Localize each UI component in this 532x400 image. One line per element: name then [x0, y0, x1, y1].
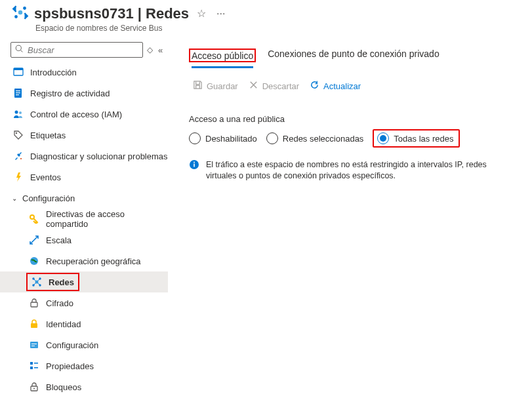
locks-icon	[29, 382, 39, 392]
public-network-label: Acceso a una red pública	[189, 114, 518, 129]
sidebar-item-label: Etiquetas	[30, 130, 66, 140]
svg-rect-34	[194, 164, 195, 167]
sidebar-item-geo[interactable]: Recuperación geográfica	[0, 250, 168, 271]
svg-point-35	[194, 162, 195, 163]
refresh-button[interactable]: Actualizar	[310, 80, 361, 92]
chevron-down-icon: ⌄	[12, 195, 17, 202]
svg-point-1	[23, 7, 26, 10]
svg-point-12	[19, 111, 22, 114]
sidebar-item-label: Propiedades	[46, 361, 94, 371]
info-text: El tráfico a este espacio de nombres no …	[206, 159, 518, 182]
save-button[interactable]: Guardar	[193, 80, 238, 92]
config-icon	[29, 340, 39, 350]
activity-icon	[13, 88, 24, 98]
sidebar-item-events[interactable]: Eventos	[0, 167, 168, 188]
tags-icon	[13, 130, 24, 140]
sidebar-section-settings[interactable]: ⌄ Configuración	[0, 188, 168, 209]
svg-rect-29	[30, 367, 33, 369]
sidebar-item-config[interactable]: Configuración	[0, 334, 168, 355]
sidebar-item-label: Directivas de acceso compartido	[46, 209, 168, 229]
scale-icon	[29, 235, 39, 245]
page-header: spsbusns0731 | Redes ☆ ···	[0, 0, 532, 23]
sidebar-item-label: Control de acceso (IAM)	[30, 110, 122, 119]
sidebar-item-identity[interactable]: Identidad	[0, 313, 168, 334]
sidebar-item-label: Registro de actividad	[30, 89, 110, 98]
radio-all-networks[interactable]: Todas las redes	[377, 132, 453, 144]
sidebar-item-policies[interactable]: Directivas de acceso compartido	[0, 209, 168, 230]
sidebar-item-label: Configuración	[46, 340, 98, 350]
sidebar-item-tags[interactable]: Etiquetas	[0, 125, 168, 146]
sidebar-item-label: Introducción	[30, 68, 77, 77]
svg-rect-25	[31, 344, 37, 344]
public-network-radio-group: Deshabilitado Redes seleccionadas Todas …	[189, 129, 518, 148]
radio-circle-selected-icon	[377, 132, 389, 144]
svg-rect-6	[14, 68, 23, 70]
sidebar-item-activity[interactable]: Registro de actividad	[0, 83, 168, 104]
radio-circle-icon	[266, 132, 278, 144]
section-label: Configuración	[22, 193, 75, 203]
svg-rect-27	[30, 362, 33, 365]
discard-icon	[249, 80, 258, 92]
save-icon	[193, 80, 203, 92]
svg-point-14	[20, 158, 22, 159]
sidebar-item-scale[interactable]: Escala	[0, 230, 168, 250]
svg-point-3	[16, 45, 21, 50]
sidebar-item-label: Identidad	[46, 319, 81, 329]
iam-icon	[13, 109, 24, 119]
page-title: spsbusns0731 | Redes	[34, 5, 189, 22]
collapse-sidebar-icon[interactable]: «	[157, 45, 164, 55]
search-input-wrapper[interactable]	[10, 42, 143, 58]
sidebar-item-iam[interactable]: Control de acceso (IAM)	[0, 104, 168, 125]
sidebar-item-networking[interactable]: Redes	[0, 271, 168, 292]
svg-point-11	[15, 111, 18, 114]
key-icon	[29, 214, 39, 224]
radio-selected-networks[interactable]: Redes seleccionadas	[266, 132, 364, 144]
svg-rect-10	[16, 94, 19, 95]
more-icon[interactable]: ···	[214, 8, 228, 20]
events-icon	[13, 172, 24, 182]
tab-private-endpoints[interactable]: Conexiones de punto de conexión privado	[268, 49, 440, 64]
svg-rect-22	[31, 302, 37, 307]
identity-icon	[29, 319, 39, 329]
lock-icon	[29, 298, 39, 308]
radio-circle-icon	[189, 132, 201, 144]
svg-rect-9	[16, 92, 20, 93]
sidebar-item-label: Diagnosticar y solucionar problemas	[30, 151, 168, 161]
toolbar: Guardar Descartar Actualizar	[174, 66, 532, 92]
svg-rect-28	[34, 363, 38, 364]
sidebar-item-label: Escala	[46, 235, 72, 245]
svg-rect-23	[31, 323, 37, 328]
refresh-icon	[310, 80, 319, 92]
svg-point-13	[16, 132, 17, 134]
sidebar-item-label: Recuperación geográfica	[46, 256, 141, 266]
sidebar-item-locks[interactable]: Bloqueos	[0, 376, 168, 397]
diagnose-icon	[13, 151, 24, 161]
sidebar-item-overview[interactable]: Introducción	[0, 62, 168, 83]
sidebar-item-label: Cifrado	[46, 298, 73, 308]
networking-icon	[31, 277, 42, 287]
search-icon	[15, 45, 24, 55]
page-subtitle: Espacio de nombres de Service Bus	[0, 23, 532, 38]
sidebar-item-label: Redes	[49, 277, 74, 287]
radio-disabled[interactable]: Deshabilitado	[189, 132, 257, 144]
svg-rect-24	[30, 342, 38, 348]
servicebus-icon	[12, 4, 29, 23]
svg-point-32	[33, 388, 35, 390]
svg-rect-26	[31, 346, 35, 346]
overview-icon	[13, 67, 24, 77]
search-input[interactable]	[28, 45, 138, 55]
sidebar-item-diagnose[interactable]: Diagnosticar y solucionar problemas	[0, 146, 168, 167]
sidebar-menu: Introducción Registro de actividad Contr…	[0, 62, 168, 397]
info-message: El tráfico a este espacio de nombres no …	[189, 148, 518, 182]
discard-button[interactable]: Descartar	[249, 80, 299, 92]
svg-point-0	[18, 10, 23, 15]
search-clear-icon[interactable]: ◇	[147, 45, 153, 54]
sidebar-item-encryption[interactable]: Cifrado	[0, 292, 168, 313]
sidebar: ◇ « Introducción Registro de actividad C…	[0, 38, 168, 400]
globe-icon	[29, 256, 39, 266]
tab-bar: Acceso público Conexiones de punto de co…	[174, 38, 532, 66]
sidebar-item-label: Eventos	[30, 172, 61, 182]
sidebar-item-properties[interactable]: Propiedades	[0, 355, 168, 376]
favorite-icon[interactable]: ☆	[194, 7, 209, 20]
svg-rect-30	[34, 367, 38, 369]
